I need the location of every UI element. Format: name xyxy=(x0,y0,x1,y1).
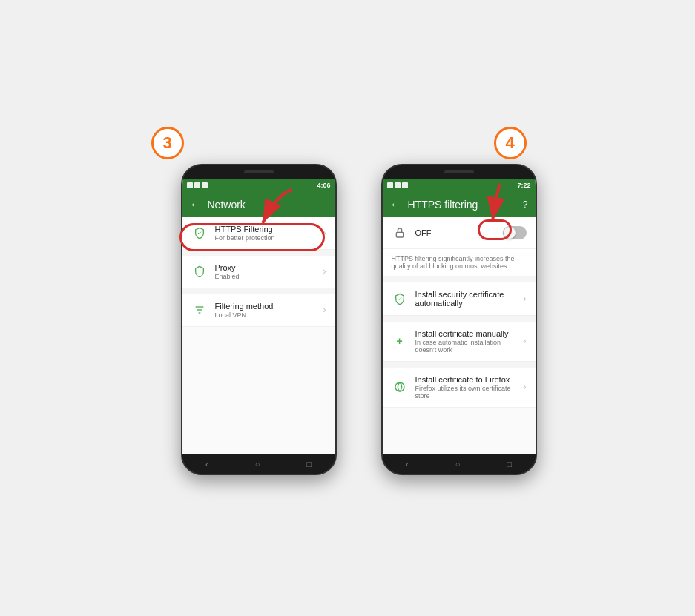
https-off-label: OFF xyxy=(415,228,495,237)
install-cert-auto-text: Install security certificate automatical… xyxy=(415,290,516,308)
app-title-4: HTTPS filtering xyxy=(408,199,517,211)
proxy-title: Proxy xyxy=(215,263,316,272)
help-icon-4[interactable]: ? xyxy=(523,199,528,210)
phone-3-screen: 4:06 ← Network xyxy=(182,179,335,454)
install-cert-firefox-title: Install certificate to Firefox xyxy=(415,375,516,384)
filtering-method-item[interactable]: Filtering method Local VPN › xyxy=(182,294,335,327)
https-filtering-subtitle: For better protection xyxy=(215,234,316,242)
install-cert-manual-icon: + xyxy=(392,333,408,349)
app-title-3: Network xyxy=(208,199,328,211)
install-cert-auto-item[interactable]: Install security certificate automatical… xyxy=(383,282,536,316)
proxy-subtitle: Enabled xyxy=(215,273,316,280)
phone-4-shell: 7:22 ← HTTPS filtering ? xyxy=(381,164,537,475)
svg-rect-4 xyxy=(396,232,403,237)
status-icons-left xyxy=(187,182,208,188)
phone-3-shell: 4:06 ← Network xyxy=(181,164,337,475)
https-filtering-item[interactable]: HTTPS Filtering For better protection › xyxy=(182,217,335,250)
proxy-text: Proxy Enabled xyxy=(215,263,316,280)
divider-4-3 xyxy=(383,362,536,368)
main-scene: 3 4 4:06 xyxy=(151,127,544,490)
status-icons-left-4 xyxy=(387,182,408,188)
filtering-method-text: Filtering method Local VPN xyxy=(215,302,316,319)
install-cert-manual-subtitle: In case automatic installation doesn't w… xyxy=(415,339,516,354)
status-bar-3: 4:06 xyxy=(182,179,335,192)
install-cert-manual-title: Install certificate manually xyxy=(415,329,516,338)
app-bar-4: ← HTTPS filtering ? xyxy=(383,192,536,217)
install-cert-firefox-text: Install certificate to Firefox Firefox u… xyxy=(415,375,516,400)
install-cert-auto-icon xyxy=(392,291,408,307)
step-4-badge: 4 xyxy=(494,127,527,159)
nav-recent-4[interactable]: □ xyxy=(507,460,512,468)
proxy-item[interactable]: Proxy Enabled › xyxy=(182,256,335,288)
filtering-method-icon xyxy=(191,302,208,318)
status-icon-4-1 xyxy=(387,182,393,188)
install-cert-firefox-subtitle: Firefox utilizes its own certificate sto… xyxy=(415,385,516,400)
nav-home-3[interactable]: ○ xyxy=(255,460,260,468)
network-list: HTTPS Filtering For better protection › xyxy=(182,217,335,454)
status-time-3: 4:06 xyxy=(317,182,330,189)
divider-4-2 xyxy=(383,316,536,322)
lock-icon xyxy=(392,225,408,241)
proxy-chevron: › xyxy=(323,266,326,276)
phone-4-screen: 7:22 ← HTTPS filtering ? xyxy=(383,179,536,454)
phone-3-top xyxy=(182,165,335,179)
install-cert-auto-title: Install security certificate automatical… xyxy=(415,290,516,308)
install-cert-auto-chevron: › xyxy=(524,294,527,304)
filtering-method-subtitle: Local VPN xyxy=(215,311,316,319)
svg-point-5 xyxy=(395,382,404,391)
status-time-4: 7:22 xyxy=(517,182,530,189)
nav-home-4[interactable]: ○ xyxy=(455,460,461,468)
phone-4: 7:22 ← HTTPS filtering ? xyxy=(374,149,544,490)
back-button-3[interactable]: ← xyxy=(190,198,202,211)
phone-4-top xyxy=(383,165,536,179)
status-icon-3 xyxy=(202,182,208,188)
divider-2 xyxy=(182,288,335,294)
nav-back-3[interactable]: ‹ xyxy=(205,460,208,468)
status-icon-4-3 xyxy=(402,182,408,188)
https-filtering-text: HTTPS Filtering For better protection xyxy=(215,225,316,242)
status-icon-2 xyxy=(194,182,200,188)
status-icon-4-2 xyxy=(395,182,401,188)
divider-1 xyxy=(182,250,335,256)
https-filtering-chevron: › xyxy=(323,228,326,238)
divider-4-1 xyxy=(383,276,536,282)
install-cert-firefox-item[interactable]: Install certificate to Firefox Firefox u… xyxy=(383,368,536,408)
install-cert-firefox-icon xyxy=(392,379,408,395)
https-filtering-icon xyxy=(191,225,208,241)
toggle-knob xyxy=(504,227,516,239)
back-button-4[interactable]: ← xyxy=(390,198,402,211)
https-filtering-title: HTTPS Filtering xyxy=(215,225,316,234)
status-bar-4: 7:22 xyxy=(383,179,536,192)
phone-3-bottom-nav: ‹ ○ □ xyxy=(182,454,335,474)
https-filtering-content: OFF HTTPS filtering significantly increa… xyxy=(383,217,536,454)
plus-icon: + xyxy=(396,335,402,347)
nav-recent-3[interactable]: □ xyxy=(306,460,312,468)
app-bar-3: ← Network xyxy=(182,192,335,217)
install-cert-manual-text: Install certificate manually In case aut… xyxy=(415,329,516,354)
phone-4-bottom-nav: ‹ ○ □ xyxy=(383,454,536,474)
speaker xyxy=(244,170,274,173)
filtering-method-chevron: › xyxy=(323,305,326,315)
proxy-icon xyxy=(191,263,208,279)
nav-back-4[interactable]: ‹ xyxy=(406,460,409,468)
https-toggle-row: OFF xyxy=(383,217,536,249)
filtering-method-title: Filtering method xyxy=(215,302,316,311)
install-cert-manual-chevron: › xyxy=(524,336,527,346)
install-cert-manual-item[interactable]: + Install certificate manually In case a… xyxy=(383,322,536,362)
phone-3: 4:06 ← Network xyxy=(174,149,344,490)
install-cert-firefox-chevron: › xyxy=(524,382,527,392)
https-description: HTTPS filtering significantly increases … xyxy=(383,249,536,276)
status-icon-1 xyxy=(187,182,193,188)
speaker-4 xyxy=(444,170,474,173)
https-toggle[interactable] xyxy=(503,226,527,239)
step-3-badge: 3 xyxy=(151,127,184,159)
